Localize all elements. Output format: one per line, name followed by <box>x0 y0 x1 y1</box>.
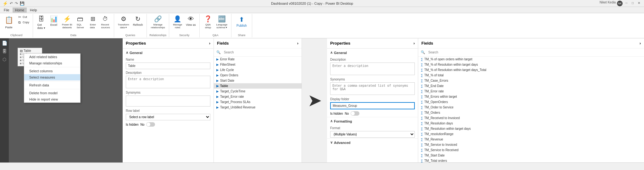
field-tm-7[interactable]: ∑TM_Error rate <box>418 89 644 94</box>
field-tm-icon-15: ∑ <box>421 132 423 136</box>
sql-btn[interactable]: 🗃 SQLServer <box>75 14 86 30</box>
field-lifecycle[interactable]: ▶Life Cycle <box>214 67 302 73</box>
user-name: Niket Kedia <box>600 1 616 6</box>
model-icon[interactable]: ⬡ <box>1 56 8 63</box>
manage-relationships-item[interactable]: Manage relationships <box>24 60 80 66</box>
report-icon[interactable]: 📄 <box>1 40 8 47</box>
field-tm-3[interactable]: ∑TM_% of Resolution within target days_T… <box>418 67 644 73</box>
minimize-btn[interactable]: ─ <box>624 1 629 6</box>
field-icon-5: ▶ <box>216 79 219 82</box>
field-tm-15[interactable]: ∑TM_resolutionRange <box>418 131 644 137</box>
row-label-select[interactable]: Select a row label <box>126 114 210 120</box>
hide-report-item[interactable]: Hide in report view <box>24 96 80 102</box>
is-hidden-toggle-1[interactable] <box>146 122 155 127</box>
enter-data-btn[interactable]: ⊞ Enterdata <box>87 14 98 30</box>
refresh-btn[interactable]: ↻ Refresh <box>132 14 144 27</box>
select-measures-item[interactable]: Select measures <box>24 74 80 80</box>
separator-3 <box>24 89 80 89</box>
language-schema-btn[interactable]: 🔤 Languageschema ▾ <box>215 14 229 30</box>
field-tm-9[interactable]: ∑TM_OpenOrders <box>418 99 644 105</box>
properties-expand-icon[interactable]: › <box>209 41 210 46</box>
field-tm-17[interactable]: ∑TM_Service to Invoiced <box>418 142 644 147</box>
field-tm-icon-7: ∑ <box>421 90 423 93</box>
select-columns-item[interactable]: Select columns <box>24 68 80 74</box>
field-tm-14[interactable]: ∑TM_Resolution within target days <box>418 126 644 131</box>
field-start-date[interactable]: ▶Start Date <box>214 78 302 83</box>
fields-expand-icon-1[interactable]: › <box>297 41 298 46</box>
recent-sources-btn[interactable]: ⏱ Recentsources <box>100 14 111 30</box>
fields-expand-icon-2[interactable]: › <box>640 41 641 46</box>
field-target-cycletime[interactable]: ▶Target_CycleTime <box>214 89 302 94</box>
add-related-tables-item[interactable]: Add related tables <box>24 54 80 60</box>
field-tm-1[interactable]: ∑TM_% of open orders within target <box>418 57 644 62</box>
qa-setup-icon: ❓ <box>204 15 212 23</box>
properties-header-1: Properties › <box>123 38 214 48</box>
field-tm-2[interactable]: ∑TM_% of Resolution within target days <box>418 62 644 67</box>
synonyms-input-2[interactable] <box>330 82 415 95</box>
description-input-1[interactable] <box>126 76 210 88</box>
get-data-icon: 🗄 <box>37 15 45 23</box>
field-target-process[interactable]: ▶Target_Process SLAs <box>214 99 302 105</box>
delete-model-item[interactable]: Delete from model <box>24 90 80 96</box>
name-input[interactable] <box>126 63 210 69</box>
field-tm-11[interactable]: ∑TM_Orders <box>418 110 644 115</box>
transform-data-btn[interactable]: ⚙ Transformdata ▾ <box>117 14 130 30</box>
field-error-rate[interactable]: ▶Error Rate <box>214 57 302 62</box>
format-select[interactable]: (Multiple Values) <box>330 131 415 138</box>
publish-btn[interactable]: ⬆ Publish <box>234 14 249 29</box>
save-btn[interactable]: 💾 <box>20 1 25 6</box>
arrow-container: ➤ <box>302 38 327 162</box>
field-table[interactable]: ▶Table <box>214 83 302 89</box>
field-tm-10[interactable]: ∑TM_Order to Service <box>418 105 644 110</box>
manage-relationships-btn[interactable]: 🔗 Managerelationships <box>150 14 166 30</box>
display-folder-input[interactable] <box>330 102 415 109</box>
properties-expand-icon-2[interactable]: › <box>414 41 415 46</box>
menu-help[interactable]: Help <box>27 8 40 13</box>
field-target-unbilled[interactable]: ▶Target_Unbilled Revenue <box>214 105 302 110</box>
redo-btn[interactable]: ↷ <box>15 1 18 6</box>
properties-panel-2: Properties › ∧ General Description Synon… <box>327 38 418 162</box>
field-tm-icon-16: ∑ <box>421 138 423 141</box>
qa-setup-btn[interactable]: ❓ Q&Asetup <box>202 14 214 30</box>
field-open-orders[interactable]: ▶Open Orders <box>214 73 302 78</box>
copy-btn[interactable]: ⧉ Copy <box>16 20 30 25</box>
get-data-btn[interactable]: 🗄 Getdata ▾ <box>36 14 47 30</box>
is-hidden-toggle-2[interactable] <box>351 111 359 116</box>
field-tm-19[interactable]: ∑TM_Start Date <box>418 153 644 158</box>
field-tm-13[interactable]: ∑TM_Resolution days <box>418 121 644 126</box>
powerbi-datasets-btn[interactable]: ⚡ Power BIdatasets <box>61 14 73 30</box>
fields-search-input-2[interactable] <box>426 50 641 55</box>
field-tm-12[interactable]: ∑TM_Received to Invoiced <box>418 115 644 121</box>
close-btn[interactable]: ✕ <box>636 1 641 6</box>
menu-home[interactable]: Home <box>13 8 27 13</box>
publish-icon: ⬆ <box>238 16 245 23</box>
maximize-btn[interactable]: □ <box>630 1 635 6</box>
data-icon[interactable]: 🗄 <box>1 48 8 55</box>
field-tm-8[interactable]: ∑TM_Errors within target <box>418 94 644 99</box>
general-section-1: ∧ General Name Description Synonyms Row … <box>123 48 214 128</box>
field-tm-6[interactable]: ∑TM_End Date <box>418 83 644 89</box>
field-target-error[interactable]: ▶Target_Error rate <box>214 94 302 99</box>
copy-icon: ⧉ <box>17 20 22 25</box>
field-tm-16[interactable]: ∑TM_Revenue <box>418 137 644 142</box>
manage-roles-btn[interactable]: 👤 Manageroles <box>172 14 183 30</box>
refresh-data-item[interactable]: Refresh data <box>24 82 80 88</box>
view-as-btn[interactable]: 👁 View as <box>185 14 197 27</box>
table-name-label: Table <box>24 49 31 52</box>
ribbon-group-clipboard: 📋 Paste ✂ Cut ⧉ Copy Clipboard <box>0 14 33 37</box>
paste-btn[interactable]: 📋 Paste <box>3 14 15 30</box>
fields-search-input-1[interactable] <box>222 50 299 55</box>
field-tm-18[interactable]: ∑TM_Service to Received <box>418 147 644 153</box>
field-tm-20[interactable]: ∑TM_Total orders <box>418 158 644 162</box>
description-input-2[interactable] <box>330 63 415 75</box>
field-filtersheet[interactable]: ▶FilterSheet <box>214 62 302 67</box>
field-tm-4[interactable]: ∑TM_% of total <box>418 73 644 78</box>
menu-file[interactable]: File <box>1 8 12 13</box>
synonyms-input-1[interactable] <box>126 96 210 107</box>
excel-btn[interactable]: 📊 Excel <box>48 14 59 27</box>
undo-btn[interactable]: ↶ <box>10 1 13 6</box>
field-tm-icon-10: ∑ <box>421 106 423 109</box>
cut-btn[interactable]: ✂ Cut <box>16 14 30 19</box>
field-icon-6: ▶ <box>216 84 219 88</box>
field-tm-5[interactable]: ∑TM_Case_Errors <box>418 78 644 83</box>
